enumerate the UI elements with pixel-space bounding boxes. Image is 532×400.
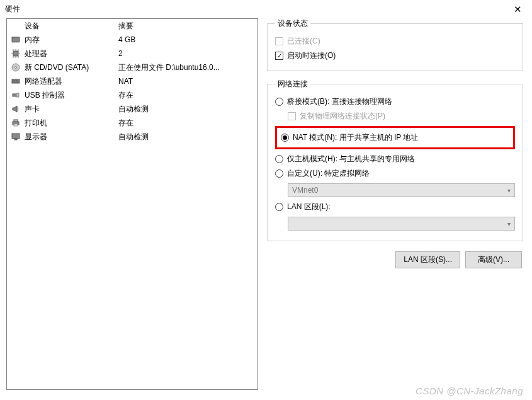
- svg-rect-0: [12, 37, 20, 42]
- lan-label: LAN 区段(L):: [287, 202, 331, 212]
- device-name: 新 CD/DVD (SATA): [25, 62, 89, 73]
- svg-rect-9: [16, 93, 19, 97]
- device-status-legend: 设备状态: [275, 18, 310, 29]
- hardware-row[interactable]: 声卡自动检测: [7, 102, 258, 116]
- display-icon: [11, 132, 21, 142]
- cd-icon: [11, 62, 21, 72]
- bridged-label: 桥接模式(B): 直接连接物理网络: [287, 96, 392, 107]
- device-summary: 自动检测: [118, 132, 254, 142]
- printer-icon: [11, 118, 21, 128]
- device-summary: NAT: [118, 77, 254, 86]
- device-name: 处理器: [25, 49, 47, 59]
- device-summary: 存在: [118, 118, 254, 129]
- settings-panel: 设备状态 已连接(C) ✓ 启动时连接(O) 网络连接 桥接模式(B): 直接连…: [264, 18, 526, 390]
- device-summary: 自动检测: [118, 104, 254, 115]
- chevron-down-icon: ▾: [507, 187, 511, 194]
- device-status-group: 设备状态 已连接(C) ✓ 启动时连接(O): [267, 18, 523, 71]
- net-icon: [11, 76, 21, 86]
- svg-rect-6: [15, 81, 16, 82]
- network-connection-legend: 网络连接: [275, 79, 310, 89]
- custom-radio[interactable]: [275, 169, 283, 178]
- nat-highlight: NAT 模式(N): 用于共享主机的 IP 地址: [275, 126, 515, 149]
- memory-icon: [11, 35, 21, 45]
- lan-segment-combo: ▾: [288, 217, 515, 231]
- custom-label: 自定义(U): 特定虚拟网络: [287, 168, 370, 179]
- device-name: 打印机: [25, 118, 47, 129]
- svg-rect-7: [17, 81, 18, 82]
- svg-rect-14: [14, 139, 17, 140]
- nat-radio-row[interactable]: NAT 模式(N): 用于共享主机的 IP 地址: [281, 130, 509, 145]
- usb-icon: [11, 90, 21, 100]
- connected-checkbox: [275, 37, 283, 45]
- hardware-row[interactable]: 处理器2: [7, 47, 258, 60]
- window-title: 硬件: [5, 4, 20, 14]
- svg-rect-8: [13, 94, 16, 96]
- header-summary: 摘要: [118, 21, 254, 31]
- device-summary: 存在: [118, 90, 254, 101]
- svg-point-3: [15, 67, 17, 69]
- hardware-list: 设备 摘要 内存4 GB处理器2新 CD/DVD (SATA)正在使用文件 D:…: [6, 18, 258, 390]
- sound-icon: [11, 104, 21, 114]
- hardware-row[interactable]: 网络适配器NAT: [7, 74, 258, 88]
- connect-on-power-label: 启动时连接(O): [287, 50, 336, 61]
- hardware-row[interactable]: 显示器自动检测: [7, 130, 258, 144]
- replicate-label: 复制物理网络连接状态(P): [300, 111, 385, 122]
- lan-segments-button[interactable]: LAN 区段(S)...: [395, 251, 460, 268]
- device-name: 网络适配器: [25, 76, 62, 87]
- svg-rect-1: [13, 51, 18, 56]
- custom-network-value: VMnet0: [292, 186, 318, 195]
- nat-label: NAT 模式(N): 用于共享主机的 IP 地址: [293, 132, 418, 143]
- network-connection-group: 网络连接 桥接模式(B): 直接连接物理网络 复制物理网络连接状态(P) NAT…: [267, 79, 523, 241]
- bridged-radio[interactable]: [275, 98, 283, 106]
- device-name: 内存: [25, 35, 40, 45]
- hardware-row[interactable]: USB 控制器存在: [7, 88, 258, 102]
- connect-on-power-checkbox[interactable]: ✓: [275, 52, 283, 60]
- lan-radio-row[interactable]: LAN 区段(L):: [275, 200, 515, 214]
- device-name: 显示器: [25, 132, 47, 142]
- hardware-row[interactable]: 新 CD/DVD (SATA)正在使用文件 D:\ubuntu16.0...: [7, 60, 258, 74]
- close-icon[interactable]: ✕: [510, 4, 526, 14]
- hostonly-radio[interactable]: [275, 155, 283, 163]
- hardware-row[interactable]: 打印机存在: [7, 116, 258, 130]
- connect-on-power-row[interactable]: ✓ 启动时连接(O): [275, 49, 515, 63]
- connected-checkbox-row: 已连接(C): [275, 34, 515, 49]
- svg-rect-11: [14, 120, 18, 122]
- advanced-button[interactable]: 高级(V)...: [465, 251, 522, 268]
- svg-rect-12: [14, 124, 18, 126]
- hardware-header: 设备 摘要: [7, 19, 258, 33]
- hostonly-label: 仅主机模式(H): 与主机共享的专用网络: [287, 154, 415, 164]
- svg-rect-5: [13, 81, 14, 82]
- lan-radio[interactable]: [275, 203, 283, 211]
- nat-radio[interactable]: [281, 134, 289, 142]
- device-summary: 4 GB: [118, 35, 254, 44]
- bridged-radio-row[interactable]: 桥接模式(B): 直接连接物理网络: [275, 94, 515, 109]
- header-device: 设备: [25, 21, 40, 31]
- device-summary: 2: [118, 49, 254, 58]
- cpu-icon: [11, 49, 21, 59]
- button-row: LAN 区段(S)... 高级(V)...: [267, 249, 523, 271]
- hardware-row[interactable]: 内存4 GB: [7, 33, 258, 47]
- chevron-down-icon: ▾: [507, 220, 511, 227]
- replicate-checkbox: [288, 112, 296, 120]
- replicate-checkbox-row: 复制物理网络连接状态(P): [288, 109, 515, 123]
- device-name: USB 控制器: [25, 90, 65, 101]
- custom-network-combo: VMnet0 ▾: [288, 183, 515, 197]
- device-summary: 正在使用文件 D:\ubuntu16.0...: [118, 62, 254, 73]
- connected-label: 已连接(C): [287, 36, 320, 47]
- hostonly-radio-row[interactable]: 仅主机模式(H): 与主机共享的专用网络: [275, 152, 515, 166]
- svg-rect-13: [12, 134, 20, 139]
- custom-radio-row[interactable]: 自定义(U): 特定虚拟网络: [275, 166, 515, 181]
- device-name: 声卡: [25, 104, 40, 115]
